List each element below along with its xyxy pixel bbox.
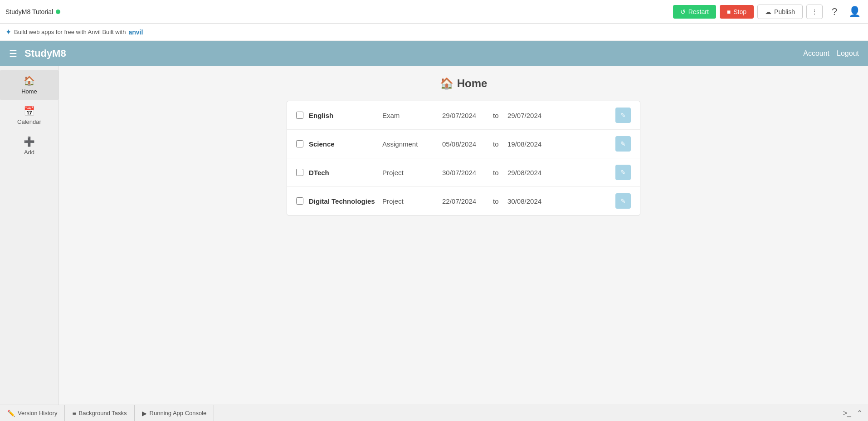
- anvil-icon: ✦: [5, 28, 11, 36]
- edit-icon-1: ✎: [620, 140, 626, 147]
- logout-nav-link[interactable]: Logout: [837, 49, 859, 58]
- task-row: English Exam 29/07/2024 to 29/07/2024 ✎: [287, 101, 640, 130]
- sidebar-item-calendar[interactable]: 📅 Calendar: [0, 100, 59, 131]
- task-type-1: Assignment: [382, 140, 437, 148]
- stop-icon: ■: [727, 8, 731, 15]
- task-to-0: to: [493, 112, 502, 119]
- app-brand-name: StudyM8: [24, 48, 803, 59]
- task-checkbox-3[interactable]: [296, 197, 303, 205]
- app-title-area: StudyM8 Tutorial: [5, 8, 669, 15]
- terminal-icon: >_: [843, 409, 851, 417]
- task-subject-3: Digital Technologies: [309, 197, 377, 205]
- publish-icon: ☁: [765, 8, 771, 15]
- task-date-start-2: 30/07/2024: [442, 169, 488, 176]
- task-date-end-3: 30/08/2024: [507, 197, 610, 205]
- task-checkbox-0[interactable]: [296, 112, 303, 119]
- page-title: 🏠 Home: [70, 77, 857, 90]
- task-edit-button-0[interactable]: ✎: [615, 108, 631, 123]
- anvil-logo: anvil: [128, 29, 143, 36]
- console-icon: ▶: [142, 410, 147, 417]
- anvil-banner-text: Build web apps for free with Anvil Built…: [14, 29, 126, 35]
- status-indicator: [56, 10, 60, 14]
- task-date-start-0: 29/07/2024: [442, 112, 488, 119]
- page-title-text: Home: [457, 77, 488, 90]
- sidebar-item-home[interactable]: 🏠 Home: [0, 70, 59, 100]
- help-icon: ?: [832, 6, 837, 18]
- version-history-label: Version History: [18, 410, 57, 416]
- add-icon: ➕: [24, 136, 35, 147]
- running-console-label: Running App Console: [150, 410, 207, 416]
- terminal-button[interactable]: >_: [841, 407, 853, 419]
- content-area: 🏠 Home English Exam 29/07/2024 to 29/07/…: [59, 66, 868, 405]
- task-date-end-0: 29/07/2024: [507, 112, 610, 119]
- version-history-tab[interactable]: ✏️ Version History: [0, 405, 65, 421]
- edit-icon-3: ✎: [620, 197, 626, 205]
- sidebar: 🏠 Home 📅 Calendar ➕ Add: [0, 66, 59, 405]
- task-row: Digital Technologies Project 22/07/2024 …: [287, 187, 640, 215]
- stop-button[interactable]: ■ Stop: [720, 5, 754, 19]
- version-history-icon: ✏️: [7, 410, 15, 417]
- edit-icon-2: ✎: [620, 169, 626, 176]
- task-checkbox-2[interactable]: [296, 169, 303, 176]
- task-to-2: to: [493, 169, 502, 176]
- restart-button[interactable]: ↺ Restart: [673, 5, 716, 19]
- top-toolbar: StudyM8 Tutorial ↺ Restart ■ Stop ☁ Publ…: [0, 0, 868, 24]
- more-button[interactable]: ⋮: [806, 5, 823, 19]
- main-layout: 🏠 Home 📅 Calendar ➕ Add 🏠 Home English E…: [0, 66, 868, 405]
- background-tasks-label: Background Tasks: [79, 410, 127, 416]
- sidebar-calendar-label: Calendar: [17, 118, 41, 125]
- expand-icon: ⌃: [857, 409, 863, 417]
- hamburger-button[interactable]: ☰: [9, 48, 17, 59]
- task-subject-1: Science: [309, 140, 377, 148]
- task-type-3: Project: [382, 197, 437, 205]
- toolbar-actions: ↺ Restart ■ Stop ☁ Publish ⋮ ? 👤: [673, 4, 863, 20]
- edit-icon-0: ✎: [620, 112, 626, 119]
- task-date-end-1: 19/08/2024: [507, 140, 610, 148]
- account-icon: 👤: [848, 6, 861, 18]
- task-type-2: Project: [382, 169, 437, 176]
- bottom-bar: ✏️ Version History ≡ Background Tasks ▶ …: [0, 405, 868, 421]
- task-date-start-3: 22/07/2024: [442, 197, 488, 205]
- calendar-icon: 📅: [24, 106, 35, 117]
- task-edit-button-2[interactable]: ✎: [615, 165, 631, 180]
- task-row: Science Assignment 05/08/2024 to 19/08/2…: [287, 130, 640, 158]
- app-title-text: StudyM8 Tutorial: [5, 8, 53, 15]
- task-edit-button-1[interactable]: ✎: [615, 136, 631, 152]
- task-type-0: Exam: [382, 112, 437, 119]
- sidebar-item-add[interactable]: ➕ Add: [0, 131, 59, 161]
- task-subject-2: DTech: [309, 169, 377, 176]
- task-row: DTech Project 30/07/2024 to 29/08/2024 ✎: [287, 158, 640, 187]
- nav-links: Account Logout: [803, 49, 859, 58]
- account-avatar-button[interactable]: 👤: [846, 4, 863, 20]
- home-icon: 🏠: [24, 75, 35, 86]
- publish-label: Publish: [774, 8, 795, 15]
- task-edit-button-3[interactable]: ✎: [615, 193, 631, 209]
- task-date-start-1: 05/08/2024: [442, 140, 488, 148]
- background-tasks-tab[interactable]: ≡ Background Tasks: [65, 405, 134, 421]
- task-to-3: to: [493, 197, 502, 205]
- task-date-end-2: 29/08/2024: [507, 169, 610, 176]
- sidebar-home-label: Home: [21, 88, 37, 95]
- publish-button[interactable]: ☁ Publish: [757, 5, 803, 19]
- help-button[interactable]: ?: [826, 4, 843, 20]
- restart-label: Restart: [688, 8, 709, 15]
- more-label: ⋮: [811, 8, 818, 15]
- sidebar-add-label: Add: [24, 149, 34, 156]
- task-to-1: to: [493, 140, 502, 148]
- restart-icon: ↺: [680, 8, 686, 15]
- task-subject-0: English: [309, 112, 377, 119]
- running-console-tab[interactable]: ▶ Running App Console: [135, 405, 215, 421]
- background-tasks-icon: ≡: [72, 410, 76, 417]
- anvil-banner: ✦ Build web apps for free with Anvil Bui…: [0, 24, 868, 41]
- app-navbar: ☰ StudyM8 Account Logout: [0, 41, 868, 66]
- expand-button[interactable]: ⌃: [855, 407, 864, 419]
- task-table: English Exam 29/07/2024 to 29/07/2024 ✎ …: [287, 101, 640, 215]
- bottom-right-actions: >_ ⌃: [841, 407, 868, 419]
- home-page-icon: 🏠: [440, 77, 454, 90]
- task-checkbox-1[interactable]: [296, 140, 303, 147]
- stop-label: Stop: [733, 8, 746, 15]
- account-nav-link[interactable]: Account: [803, 49, 829, 58]
